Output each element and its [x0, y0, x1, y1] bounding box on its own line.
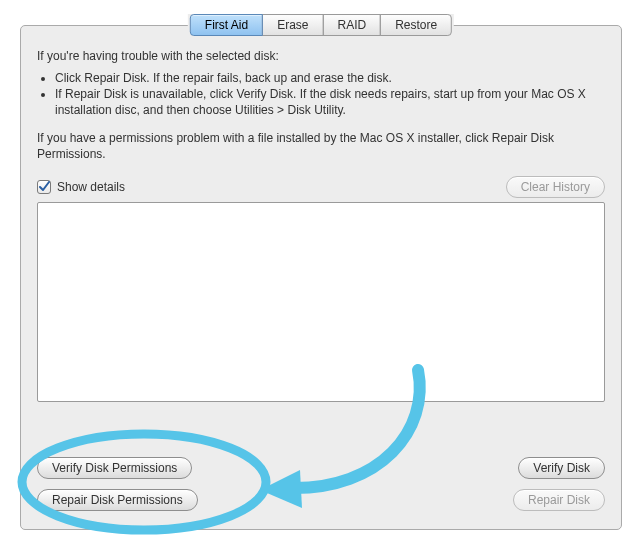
bullet-item: If Repair Disk is unavailable, click Ver… [55, 86, 605, 118]
bullet-item: Click Repair Disk. If the repair fails, … [55, 70, 605, 86]
tab-label: Erase [277, 18, 308, 32]
checkbox-icon [37, 180, 51, 194]
intro-text: If you're having trouble with the select… [37, 48, 605, 64]
tab-erase[interactable]: Erase [262, 14, 323, 36]
button-label: Verify Disk [533, 461, 590, 475]
tab-label: First Aid [205, 18, 248, 32]
show-details-label: Show details [57, 180, 125, 194]
tab-content: If you're having trouble with the select… [37, 48, 605, 402]
tab-raid[interactable]: RAID [323, 14, 382, 36]
tab-label: RAID [338, 18, 367, 32]
verify-disk-permissions-button[interactable]: Verify Disk Permissions [37, 457, 192, 479]
permissions-note: If you have a permissions problem with a… [37, 130, 605, 162]
disk-utility-panel: First Aid Erase RAID Restore If you're h… [20, 25, 622, 530]
tab-first-aid[interactable]: First Aid [190, 14, 263, 36]
clear-history-button[interactable]: Clear History [506, 176, 605, 198]
show-details-checkbox[interactable]: Show details [37, 180, 125, 194]
button-label: Repair Disk Permissions [52, 493, 183, 507]
repair-disk-button[interactable]: Repair Disk [513, 489, 605, 511]
button-label: Repair Disk [528, 493, 590, 507]
tab-bar: First Aid Erase RAID Restore [188, 14, 454, 36]
log-output[interactable] [37, 202, 605, 402]
intro-bullets: Click Repair Disk. If the repair fails, … [43, 70, 605, 118]
repair-disk-permissions-button[interactable]: Repair Disk Permissions [37, 489, 198, 511]
tab-label: Restore [395, 18, 437, 32]
action-buttons: Verify Disk Permissions Verify Disk Repa… [37, 447, 605, 511]
tab-restore[interactable]: Restore [380, 14, 452, 36]
button-label: Clear History [521, 180, 590, 194]
button-label: Verify Disk Permissions [52, 461, 177, 475]
details-row: Show details Clear History [37, 176, 605, 198]
verify-disk-button[interactable]: Verify Disk [518, 457, 605, 479]
